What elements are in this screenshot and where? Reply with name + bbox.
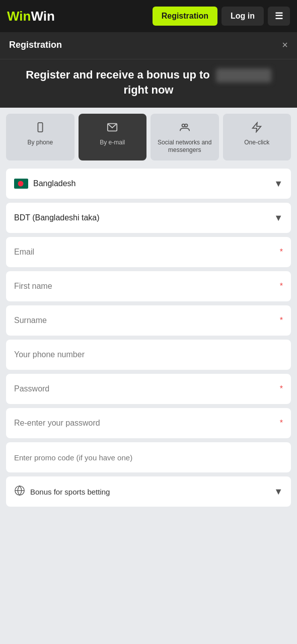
firstname-field-wrapper: * — [6, 271, 291, 301]
bonus-sports-icon — [14, 485, 25, 499]
logo-part2: Win — [31, 9, 54, 24]
currency-name: BDT (Bangladeshi taka) — [14, 213, 274, 222]
promo-input[interactable] — [14, 453, 283, 462]
social-icon — [179, 122, 190, 136]
phone-field-wrapper — [6, 340, 291, 370]
repassword-field-wrapper: * — [6, 408, 291, 438]
oneclick-icon — [251, 122, 262, 136]
method-oneclick[interactable]: One-click — [223, 114, 291, 160]
login-button[interactable]: Log in — [221, 7, 264, 26]
country-name: Bangladesh — [33, 179, 274, 188]
menu-button[interactable]: ☰ — [268, 7, 290, 26]
registration-panel-title: Registration — [9, 40, 62, 50]
method-email[interactable]: By e-mail — [79, 114, 147, 160]
phone-icon — [35, 122, 46, 136]
currency-selector[interactable]: BDT (Bangladeshi taka) ▼ — [6, 203, 291, 233]
svg-rect-0 — [38, 123, 42, 132]
password-required: * — [280, 384, 283, 393]
repassword-required: * — [280, 419, 283, 428]
email-input[interactable] — [14, 248, 278, 257]
svg-marker-5 — [253, 123, 261, 132]
bonus-banner: Register and receive a bonus up to right… — [0, 59, 297, 108]
password-field-wrapper: * — [6, 374, 291, 404]
firstname-input[interactable] — [14, 282, 278, 291]
surname-input[interactable] — [14, 316, 278, 325]
header: WinWin Registration Log in ☰ — [0, 0, 297, 32]
method-phone[interactable]: By phone — [6, 114, 75, 160]
currency-chevron-icon: ▼ — [274, 213, 283, 223]
method-oneclick-label: One-click — [244, 139, 269, 147]
method-email-label: By e-mail — [100, 139, 125, 147]
registration-form: Bangladesh ▼ BDT (Bangladeshi taka) ▼ * … — [0, 164, 297, 517]
promo-field-wrapper — [6, 442, 291, 472]
registration-panel: Registration × — [0, 32, 297, 59]
bonus-amount-blur — [216, 68, 271, 83]
svg-point-4 — [185, 124, 188, 127]
logo-part1: Win — [7, 9, 31, 24]
close-icon[interactable]: × — [282, 39, 288, 51]
country-selector[interactable]: Bangladesh ▼ — [6, 169, 291, 199]
repassword-input[interactable] — [14, 419, 278, 428]
header-actions: Registration Log in ☰ — [153, 7, 290, 26]
logo: WinWin — [7, 9, 55, 24]
registration-methods: By phone By e-mail Social networks and m… — [0, 108, 297, 164]
password-input[interactable] — [14, 384, 278, 393]
bonus-banner-text: Register and receive a bonus up to right… — [9, 67, 288, 98]
registration-button[interactable]: Registration — [153, 7, 217, 26]
method-phone-label: By phone — [27, 139, 53, 147]
email-field-wrapper: * — [6, 237, 291, 267]
bonus-chevron-icon: ▼ — [274, 487, 283, 497]
phone-input[interactable] — [14, 350, 283, 359]
surname-field-wrapper: * — [6, 305, 291, 336]
method-social[interactable]: Social networks and messengers — [151, 114, 219, 160]
surname-required: * — [280, 316, 283, 325]
country-chevron-icon: ▼ — [274, 179, 283, 189]
bonus-type-label: Bonus for sports betting — [30, 488, 274, 496]
bonus-type-selector[interactable]: Bonus for sports betting ▼ — [6, 476, 291, 507]
method-social-label: Social networks and messengers — [155, 139, 215, 154]
firstname-required: * — [280, 282, 283, 291]
email-required: * — [280, 248, 283, 257]
email-icon — [107, 122, 118, 136]
country-flag — [14, 179, 28, 189]
